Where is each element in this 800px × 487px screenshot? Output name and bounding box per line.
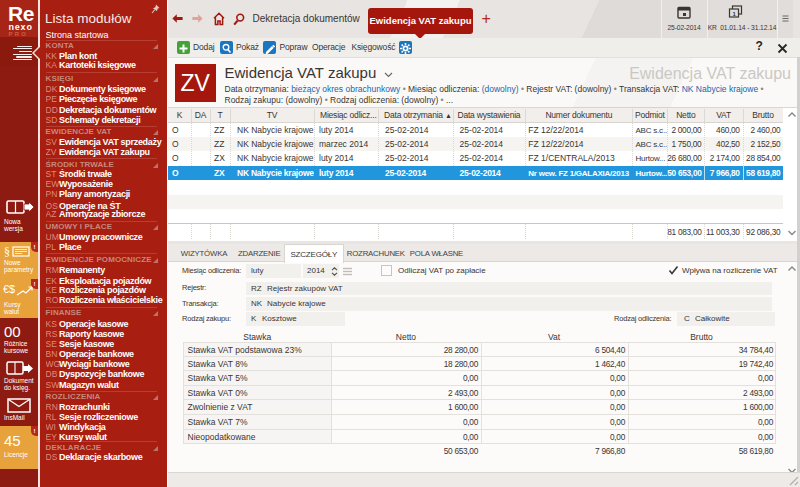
svg-text:§: § <box>4 245 10 258</box>
svg-text:€$: €$ <box>3 283 15 295</box>
